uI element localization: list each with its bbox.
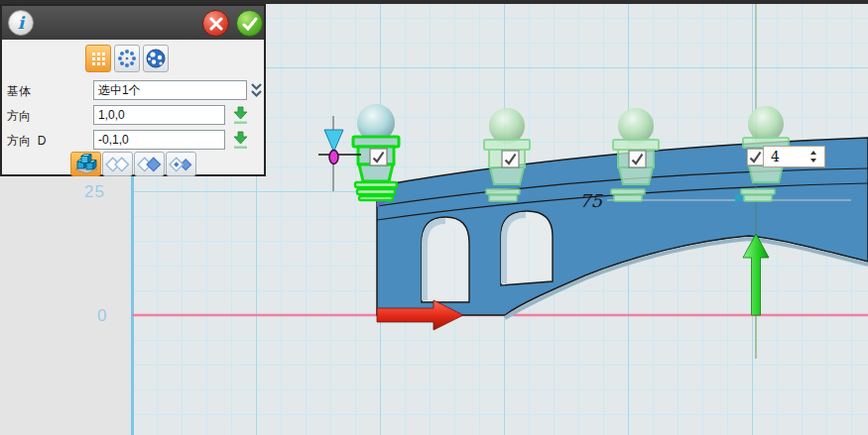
linear-pattern-icon bbox=[89, 50, 107, 67]
confirm-button[interactable] bbox=[236, 10, 263, 37]
bridge-window-right bbox=[501, 211, 553, 285]
expand-button[interactable] bbox=[248, 80, 265, 104]
direction-label: 方向 bbox=[7, 108, 31, 125]
count-value[interactable]: 4 bbox=[764, 149, 806, 164]
direction-manipulator[interactable] bbox=[318, 116, 361, 191]
info-icon[interactable]: i bbox=[8, 10, 34, 36]
pattern-type-tabs bbox=[85, 45, 169, 72]
tab-circular-pattern[interactable] bbox=[114, 45, 140, 72]
diamond-blue-icon bbox=[136, 155, 163, 174]
confirm-icon bbox=[242, 17, 258, 31]
diamond-dot-icon bbox=[168, 155, 194, 174]
dialog-titlebar[interactable]: i bbox=[2, 6, 264, 40]
spinner-up-icon[interactable] bbox=[809, 150, 817, 156]
spinner-down-icon[interactable] bbox=[809, 158, 817, 163]
cube-stack-icon bbox=[73, 154, 99, 174]
tab-solid-result[interactable] bbox=[70, 152, 101, 176]
count-spinner[interactable]: 4 bbox=[763, 146, 825, 167]
tab-diamond-blue[interactable] bbox=[134, 152, 165, 176]
direction-field[interactable]: 1,0,0 bbox=[93, 105, 225, 125]
base-selection-field[interactable]: 选中1个 bbox=[93, 80, 247, 100]
cancel-button[interactable] bbox=[202, 10, 229, 37]
pick-direction-button[interactable] bbox=[231, 105, 250, 130]
instance-checkbox-1[interactable] bbox=[370, 149, 387, 165]
spinner-arrows[interactable] bbox=[806, 150, 824, 163]
result-style-tabs bbox=[70, 152, 196, 176]
tab-linear-pattern[interactable] bbox=[85, 45, 111, 72]
bridge-window-left bbox=[422, 217, 469, 302]
direction-d-field[interactable]: -0,1,0 bbox=[93, 130, 225, 150]
application-window: 75 bbox=[0, 0, 868, 435]
instance-checkbox-4[interactable] bbox=[747, 149, 764, 165]
pick-direction-icon bbox=[231, 130, 250, 151]
pick-direction-icon bbox=[231, 105, 250, 126]
y-axis-label-0: 0 bbox=[97, 306, 107, 326]
tab-sphere-pattern[interactable] bbox=[143, 45, 169, 72]
y-direction-arrow[interactable] bbox=[743, 234, 769, 315]
cancel-icon bbox=[209, 17, 223, 31]
pick-direction-d-button[interactable] bbox=[231, 130, 250, 155]
instance-checkbox-3[interactable] bbox=[629, 151, 646, 167]
circular-pattern-icon bbox=[117, 49, 137, 68]
base-label: 基体 bbox=[7, 83, 31, 100]
pattern-dialog: i bbox=[0, 4, 266, 176]
direction-d-label: 方向 D bbox=[7, 133, 46, 150]
tab-diamond-dot[interactable] bbox=[166, 152, 196, 176]
dimension-value[interactable]: 75 bbox=[579, 190, 603, 211]
diamond-pair-icon bbox=[104, 155, 131, 174]
instance-checkbox-2[interactable] bbox=[502, 151, 519, 167]
y-axis-label-25: 25 bbox=[84, 182, 105, 202]
expand-chevron-icon bbox=[248, 80, 265, 100]
axis-arrow-down-icon[interactable] bbox=[324, 130, 343, 152]
tab-diamond-pair[interactable] bbox=[102, 152, 133, 176]
sphere-pattern-icon bbox=[146, 49, 166, 68]
rotation-ring-icon[interactable] bbox=[329, 151, 338, 164]
